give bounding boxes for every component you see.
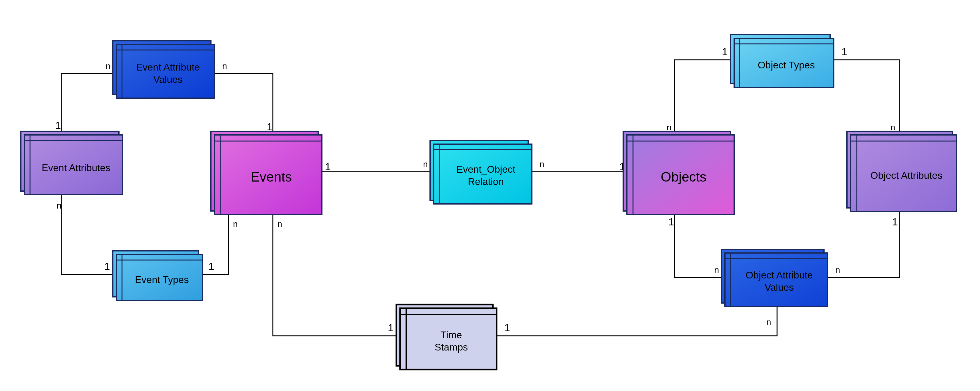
card-objtypes-from-objects-1: 1	[722, 46, 728, 57]
edge-evtypes-events	[202, 210, 228, 274]
card-evattr-to-evtypes-n: n	[57, 201, 62, 211]
edge-objects-objtypes	[675, 60, 734, 135]
card-eor-from-events-n: n	[423, 160, 428, 169]
card-ts-from-events-1: 1	[388, 322, 394, 334]
label-line2: Values	[153, 74, 182, 85]
card-eor-to-objects-n: n	[539, 160, 544, 169]
card-events-from-evtypes-n: n	[233, 219, 238, 229]
label-line1: Event Attribute	[136, 62, 200, 73]
label: Event Types	[135, 274, 189, 285]
card-events-to-eor-1: 1	[325, 161, 331, 172]
card-oav-from-ts-n: n	[766, 318, 771, 327]
label-line2: Relation	[468, 176, 504, 187]
card-evattrval-to-events-n: n	[222, 61, 227, 71]
label: Objects	[660, 169, 706, 184]
label-line2: Values	[765, 282, 794, 293]
entity-objects: Objects	[623, 131, 734, 215]
entity-object-attributes: Object Attributes	[847, 131, 956, 212]
entity-time-stamps: Time Stamps	[396, 305, 496, 370]
label-line1: Time	[441, 329, 462, 340]
card-evattrval-to-evattr-n: n	[106, 61, 111, 71]
edge-objtypes-objattr	[834, 60, 900, 135]
card-objtypes-to-objattr-1: 1	[842, 46, 847, 57]
label-line1: Event_Object	[457, 164, 515, 175]
label: Events	[251, 169, 292, 184]
card-ts-to-oav-1: 1	[504, 322, 510, 334]
card-evtypes-to-events-1: 1	[208, 260, 214, 272]
card-evattr-from-evattrval-1: 1	[55, 119, 61, 131]
er-diagram: n 1 n 1 n 1 1 n n 1 1 n n 1 1 n n 1 1 n …	[0, 0, 980, 391]
label-line2: Stamps	[435, 342, 468, 353]
label: Event Attributes	[42, 162, 110, 173]
label: Object Attributes	[870, 170, 943, 181]
card-evtypes-from-evattr-1: 1	[104, 260, 110, 272]
card-objects-to-oav-1: 1	[668, 216, 674, 228]
entity-event-types: Event Types	[113, 251, 202, 300]
label: Object Types	[758, 59, 815, 70]
card-events-to-ts-n: n	[277, 219, 282, 229]
edge-evattrval-events	[215, 73, 273, 135]
entity-events: Events	[211, 131, 322, 215]
card-oav-from-objects-n: n	[714, 265, 719, 275]
card-objattr-from-oav-1: 1	[892, 216, 898, 228]
entity-event-attributes: Event Attributes	[21, 131, 123, 195]
edge-events-timestamps	[273, 210, 400, 336]
edge-timestamps-objattrval	[496, 305, 777, 336]
entity-object-attribute-values: Object Attribute Values	[721, 249, 828, 306]
card-oav-to-objattr-n: n	[835, 265, 840, 275]
entity-event-object-relation: Event_Object Relation	[430, 140, 532, 204]
edge-evattrval-evattr	[61, 73, 116, 133]
entity-event-attribute-values: Event Attribute Values	[113, 41, 215, 98]
label-line1: Object Attribute	[746, 270, 813, 281]
entity-object-types: Object Types	[730, 35, 834, 88]
